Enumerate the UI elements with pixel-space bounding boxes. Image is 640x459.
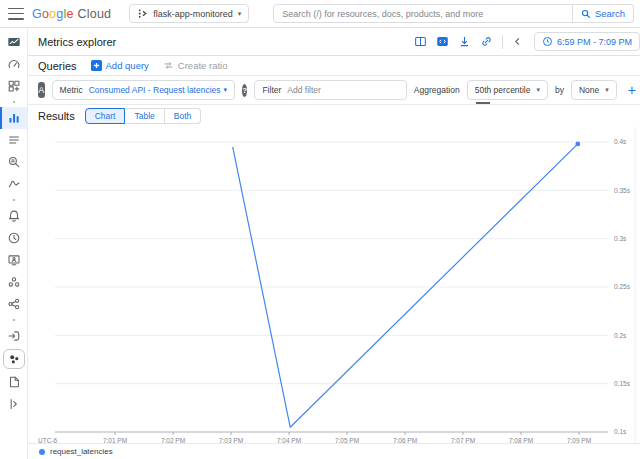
metric-value: Consumed API - Request latencies: [89, 85, 221, 95]
search-button-label: Search: [595, 8, 625, 19]
metric-label: Metric: [60, 85, 83, 95]
svg-text:0.4s: 0.4s: [614, 138, 627, 145]
svg-text:7:09 PM: 7:09 PM: [567, 437, 591, 444]
code-icon[interactable]: [436, 35, 449, 48]
chevron-left-icon[interactable]: [512, 36, 523, 47]
create-ratio-label: Create ratio: [178, 60, 228, 71]
add-icon: [91, 60, 102, 71]
tab-table[interactable]: Table: [125, 108, 164, 124]
results-bar: Results Chart Table Both: [28, 105, 640, 127]
query-letter-badge: A: [38, 82, 45, 98]
google-cloud-logo[interactable]: Google Cloud: [32, 7, 111, 21]
aggregation-label: Aggregation: [414, 85, 460, 95]
filter-field[interactable]: Filter Add filter: [254, 80, 406, 100]
logo-google-word: Google: [32, 7, 74, 21]
logo-cloud-word: Cloud: [78, 7, 112, 21]
chevron-down-icon: ▾: [224, 86, 228, 94]
metric-dropdown[interactable]: Consumed API - Request latencies ▾: [89, 85, 227, 95]
filter-placeholder: Add filter: [287, 85, 321, 95]
svg-text:0.3s: 0.3s: [614, 235, 627, 242]
dot-divider: [0, 97, 28, 107]
aggregation-underline: [476, 102, 490, 104]
series-color-dot: [39, 449, 45, 455]
time-range-label: 6:59 PM - 7:09 PM: [557, 37, 632, 47]
groups-icon[interactable]: [0, 271, 28, 293]
help-icon[interactable]: ?: [242, 84, 247, 97]
aggregation-dropdown[interactable]: 50th percentile ▾: [467, 80, 548, 100]
ratio-arrows-icon: [163, 60, 174, 71]
svg-text:0.1s: 0.1s: [614, 428, 627, 435]
filter-label: Filter: [262, 85, 281, 95]
chart-canvas[interactable]: 0.4s0.35s0.3s0.25s0.2s0.15s0.1s7:01 PM7:…: [28, 127, 640, 443]
tab-chart[interactable]: Chart: [85, 108, 126, 124]
uptime-clock-icon[interactable]: [0, 227, 28, 249]
metrics-explorer-icon[interactable]: [0, 107, 28, 129]
svg-text:7:03 PM: 7:03 PM: [219, 437, 243, 444]
svg-text:7:08 PM: 7:08 PM: [509, 437, 533, 444]
metric-field: Metric Consumed API - Request latencies …: [52, 80, 235, 100]
project-picker[interactable]: flask-app-monitored ▾: [129, 4, 249, 23]
traces-icon[interactable]: [0, 173, 28, 195]
project-name: flask-app-monitored: [153, 9, 233, 19]
monitoring-logo-icon[interactable]: [0, 31, 28, 53]
svg-text:7:06 PM: 7:06 PM: [393, 437, 417, 444]
tab-both[interactable]: Both: [165, 108, 202, 124]
instances-group-icon[interactable]: [3, 349, 25, 369]
dashboards-icon[interactable]: [0, 75, 28, 97]
search-bar: Search: [273, 4, 634, 23]
alerting-bell-icon[interactable]: [0, 205, 28, 227]
chart-legend: request_latencies: [28, 443, 640, 459]
results-view-toggle: Chart Table Both: [85, 108, 202, 124]
svg-text:0.2s: 0.2s: [614, 332, 627, 339]
add-aggregation-button[interactable]: +: [624, 83, 640, 97]
group-by-value: None: [579, 85, 599, 95]
screens-icon[interactable]: [0, 249, 28, 271]
svg-text:7:04 PM: 7:04 PM: [277, 437, 301, 444]
search-input[interactable]: [273, 4, 573, 23]
top-app-bar: Google Cloud flask-app-monitored ▾: [0, 0, 640, 28]
page-header: Metrics explorer: [28, 28, 640, 56]
svg-text:7:07 PM: 7:07 PM: [451, 437, 475, 444]
search-icon: [581, 9, 591, 19]
reports-icon[interactable]: [0, 371, 28, 393]
chevron-down-icon: ▾: [536, 86, 540, 94]
menu-icon[interactable]: [8, 8, 24, 20]
query-builder-row: A Metric Consumed API - Request latencie…: [28, 76, 640, 105]
search-button[interactable]: Search: [573, 4, 634, 23]
add-query-button[interactable]: Add query: [91, 60, 149, 71]
project-icon: [137, 8, 148, 19]
add-query-label: Add query: [106, 60, 149, 71]
app-root: Google Cloud flask-app-monitored ▾: [0, 0, 640, 459]
svg-text:7:05 PM: 7:05 PM: [335, 437, 359, 444]
services-icon[interactable]: [0, 129, 28, 151]
series-legend-label[interactable]: request_latencies: [50, 447, 113, 456]
query-search-icon[interactable]: [0, 151, 28, 173]
dot-divider: [0, 315, 28, 325]
time-range-selector[interactable]: 6:59 PM - 7:09 PM: [534, 32, 640, 51]
create-ratio-button[interactable]: Create ratio: [163, 60, 228, 71]
overview-icon[interactable]: [0, 53, 28, 75]
dot-divider: [0, 195, 28, 205]
chevron-down-icon: ▾: [238, 10, 242, 18]
download-icon[interactable]: [458, 35, 471, 48]
queries-title: Queries: [38, 60, 77, 72]
chevron-down-icon: ▾: [605, 86, 609, 94]
svg-text:0.25s: 0.25s: [614, 283, 631, 290]
svg-text:UTC-6: UTC-6: [38, 437, 58, 444]
queries-bar: Queries Add query: [28, 56, 640, 76]
link-icon[interactable]: [480, 35, 493, 48]
svg-text:0.15s: 0.15s: [614, 380, 631, 387]
columns-icon[interactable]: [414, 35, 427, 48]
collapse-panel-icon[interactable]: [0, 393, 28, 415]
by-label: by: [555, 85, 564, 95]
divider: [502, 35, 503, 49]
clock-icon: [542, 36, 553, 47]
results-title: Results: [38, 110, 75, 122]
topology-icon[interactable]: [0, 293, 28, 315]
svg-text:7:01 PM: 7:01 PM: [103, 437, 127, 444]
integrations-icon[interactable]: [0, 325, 28, 347]
svg-text:7:02 PM: 7:02 PM: [161, 437, 185, 444]
group-by-dropdown[interactable]: None ▾: [571, 80, 617, 100]
page-title: Metrics explorer: [38, 36, 116, 48]
latency-line-chart[interactable]: 0.4s0.35s0.3s0.25s0.2s0.15s0.1s7:01 PM7:…: [28, 127, 640, 443]
